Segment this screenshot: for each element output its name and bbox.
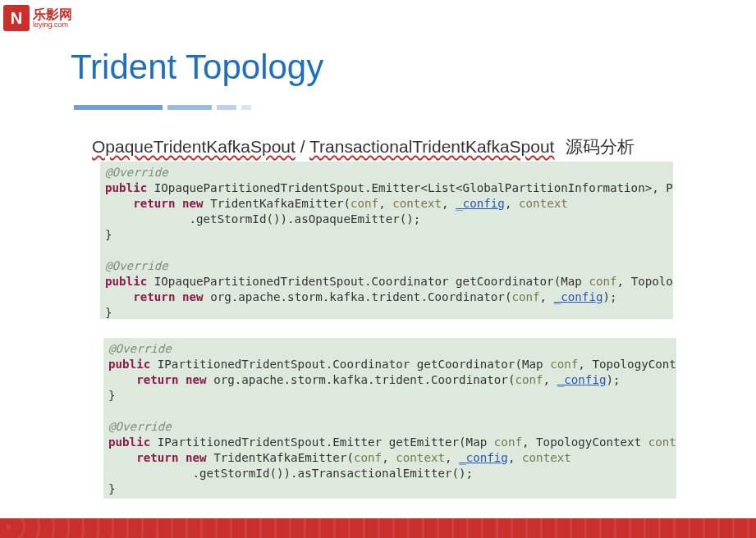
code-text: IPartitionedTridentSpout.Emitter getEmit…: [150, 435, 494, 449]
code-keyword: new: [186, 451, 207, 464]
code-field: _config: [456, 197, 505, 210]
slide-title: Trident Topology: [71, 48, 323, 87]
code-param: conf: [589, 275, 616, 288]
code-keyword: return: [133, 197, 175, 210]
code-text: ,: [382, 451, 396, 464]
code-keyword: public: [108, 435, 150, 449]
underline-seg: [241, 105, 251, 110]
code-param: context: [522, 451, 571, 464]
code-annotation: @Override: [108, 420, 172, 433]
code-text: IOpaquePartitionedTridentSpout.Coordinat…: [147, 275, 589, 288]
footer-bar: [0, 518, 756, 538]
code-text: IPartitionedTridentSpout.Coordinator get…: [150, 358, 550, 371]
code-field: _config: [459, 451, 508, 464]
code-text: ,: [543, 373, 557, 386]
code-block-2: @Override public IPartitionedTridentSpou…: [103, 331, 676, 499]
code-text: ,: [505, 197, 519, 210]
code-keyword: return: [136, 451, 178, 464]
subtitle-link1: OpaqueTridentKafkaSpout: [92, 137, 296, 156]
code-param: context: [392, 197, 442, 210]
code-text: TridentKafkaEmitter(: [207, 451, 354, 464]
code-param: conf: [515, 373, 543, 386]
subtitle-tail: 源码分析: [566, 137, 635, 156]
code-keyword: public: [105, 181, 147, 194]
code-keyword: public: [108, 358, 150, 371]
code-field: _config: [554, 290, 603, 303]
code-param: conf: [550, 358, 578, 371]
code-text: ,: [378, 197, 392, 210]
code-text: }: [105, 306, 112, 319]
code-text: , TopologyContext: [578, 358, 676, 371]
logo-text: 乐影网 leying.com: [33, 8, 72, 29]
code-text: }: [108, 389, 116, 402]
code-param: conf: [511, 290, 539, 303]
code-keyword: new: [182, 290, 204, 303]
subtitle: OpaqueTridentKafkaSpout / TransactionalT…: [92, 135, 635, 158]
code-text: }: [108, 482, 116, 495]
code-text: ,: [442, 197, 456, 210]
code-param: conf: [494, 435, 522, 449]
code-param: conf: [354, 451, 382, 464]
subtitle-sep: /: [296, 137, 309, 156]
code-param: context: [648, 435, 676, 449]
underline-seg: [217, 105, 236, 110]
code-param: context: [396, 451, 445, 464]
code-text: , TopologyContext: [617, 275, 673, 288]
code-text: ,: [540, 290, 554, 303]
code-text: }: [105, 228, 112, 241]
code-annotation: @Override: [108, 342, 172, 355]
code-text: org.apache.storm.kafka.trident.Coordinat…: [207, 373, 515, 386]
code-text: );: [603, 290, 617, 303]
code-keyword: return: [136, 373, 178, 386]
code-keyword: new: [186, 373, 207, 386]
code-text: .getStormId()).asTransactionalEmitter();: [108, 467, 473, 480]
code-text: ,: [508, 451, 522, 464]
code-text: IOpaquePartitionedTridentSpout.Emitter<L…: [147, 181, 673, 194]
code-keyword: new: [182, 197, 204, 210]
logo: N 乐影网 leying.com: [3, 5, 72, 31]
code-block-1: @Override public IOpaquePartitionedTride…: [100, 162, 673, 319]
underline-seg: [74, 105, 163, 110]
code-text: );: [607, 373, 621, 386]
code-param: context: [519, 197, 568, 210]
logo-icon: N: [3, 5, 30, 31]
code-text: , TopologyContext: [522, 435, 648, 449]
code-text: .getStormId()).asOpaqueEmitter();: [105, 212, 420, 226]
subtitle-link2: TransactionalTridentKafkaSpout: [309, 137, 554, 156]
code-text: org.apache.storm.kafka.trident.Coordinat…: [204, 290, 512, 303]
underline-seg: [167, 105, 212, 110]
code-text: TridentKafkaEmitter(: [204, 197, 351, 210]
code-annotation: @Override: [105, 166, 168, 179]
code-keyword: return: [133, 290, 175, 303]
code-keyword: public: [105, 275, 147, 288]
code-text: ,: [445, 451, 459, 464]
logo-en: leying.com: [33, 21, 72, 29]
title-underline: [74, 105, 251, 110]
code-param: conf: [351, 197, 378, 210]
code-annotation: @Override: [105, 259, 168, 272]
logo-cn: 乐影网: [33, 8, 72, 21]
code-field: _config: [557, 373, 607, 386]
